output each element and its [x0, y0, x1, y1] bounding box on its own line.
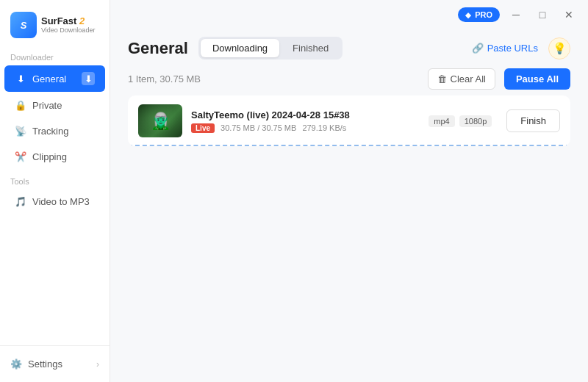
paste-urls-button[interactable]: 🔗 Paste URLs [472, 43, 538, 54]
diamond-icon: ◆ [465, 11, 471, 19]
main-content: ◆ PRO ─ □ ✕ General Downloading Finished… [110, 0, 588, 382]
sidebar-item-tracking-label: Tracking [32, 126, 68, 137]
downloader-section-label: Downloader [0, 46, 110, 65]
page-header: General Downloading Finished 🔗 Paste URL… [110, 29, 588, 60]
music-icon: 🎵 [15, 196, 26, 207]
tab-finished[interactable]: Finished [281, 39, 340, 57]
download-list: 🧝 SaltyTeemo (live) 2024-04-28 15#38 Liv… [110, 96, 588, 382]
sidebar-item-video-to-mp3[interactable]: 🎵 Video to MP3 [4, 190, 105, 214]
clear-all-button[interactable]: 🗑 Clear All [428, 68, 495, 90]
finish-button[interactable]: Finish [506, 109, 560, 132]
titlebar: ◆ PRO ─ □ ✕ [110, 0, 588, 29]
sidebar-item-private[interactable]: 🔒 Private [4, 93, 105, 118]
active-indicator: ⬇ [82, 72, 95, 85]
sidebar-item-private-label: Private [32, 100, 62, 111]
lightbulb-icon: 💡 [553, 42, 567, 55]
download-size: 30.75 MB / 30.75 MB [220, 123, 296, 132]
lightbulb-button[interactable]: 💡 [548, 37, 570, 60]
clipping-icon: ✂️ [15, 151, 26, 162]
live-badge: Live [191, 123, 215, 133]
minimize-button[interactable]: ─ [506, 4, 526, 25]
tracking-icon: 📡 [15, 126, 26, 137]
sidebar-item-general[interactable]: ⬇ General ⬇ [4, 65, 105, 92]
trash-icon: 🗑 [437, 73, 447, 84]
download-speed: 279.19 KB/s [302, 123, 346, 132]
tools-section-label: Tools [0, 170, 110, 189]
settings-left: ⚙️ Settings [10, 358, 62, 370]
lock-icon: 🔒 [15, 100, 26, 111]
item-count: 1 Item, 30.75 MB [128, 73, 419, 84]
app-subtitle: Video Downloader [41, 26, 95, 35]
close-button[interactable]: ✕ [559, 4, 579, 25]
logo-area: S SurFast 2 Video Downloader [0, 0, 110, 46]
tab-group: Downloading Finished [198, 37, 343, 60]
toolbar: 1 Item, 30.75 MB 🗑 Clear All Pause All [110, 60, 588, 96]
sidebar-item-video-to-mp3-label: Video to MP3 [32, 196, 90, 207]
gear-icon: ⚙️ [10, 358, 22, 370]
pro-label: PRO [475, 10, 492, 19]
tab-downloading[interactable]: Downloading [201, 39, 279, 57]
quality-badge: 1080p [459, 115, 492, 127]
download-name: SaltyTeemo (live) 2024-04-28 15#38 [191, 109, 420, 120]
sidebar-bottom: ⚙️ Settings › [0, 345, 110, 382]
sidebar-item-tracking[interactable]: 📡 Tracking [4, 119, 105, 143]
format-badge: mp4 [429, 115, 454, 127]
sidebar-item-clipping-label: Clipping [32, 151, 67, 162]
app-name: SurFast 2 [41, 15, 95, 27]
paste-urls-label: Paste URLs [487, 43, 538, 54]
progress-bar-container [128, 144, 570, 146]
sidebar-item-general-label: General [32, 73, 66, 84]
thumb-character: 🧝 [151, 112, 171, 131]
size-current: 30.75 MB [220, 123, 255, 132]
size-total: 30.75 MB [262, 123, 296, 132]
page-title: General [128, 39, 188, 58]
pause-all-button[interactable]: Pause All [504, 68, 570, 90]
sidebar: S SurFast 2 Video Downloader Downloader … [0, 0, 110, 382]
thumbnail: 🧝 [138, 104, 182, 137]
table-row: 🧝 SaltyTeemo (live) 2024-04-28 15#38 Liv… [128, 96, 570, 146]
chevron-right-icon: › [96, 359, 99, 370]
progress-bar [128, 144, 570, 146]
link-icon: 🔗 [472, 43, 484, 54]
app-logo-icon: S [10, 12, 37, 38]
sidebar-item-clipping[interactable]: ✂️ Clipping [4, 145, 105, 169]
settings-label: Settings [28, 358, 62, 370]
logo-text-block: SurFast 2 Video Downloader [41, 15, 95, 35]
download-info: SaltyTeemo (live) 2024-04-28 15#38 Live … [191, 109, 420, 133]
pro-badge[interactable]: ◆ PRO [458, 7, 500, 22]
maximize-button[interactable]: □ [532, 4, 553, 25]
settings-item[interactable]: ⚙️ Settings › [0, 352, 110, 376]
download-meta: Live 30.75 MB / 30.75 MB 279.19 KB/s [191, 123, 420, 133]
clear-all-label: Clear All [451, 73, 486, 84]
download-icon: ⬇ [15, 73, 26, 84]
